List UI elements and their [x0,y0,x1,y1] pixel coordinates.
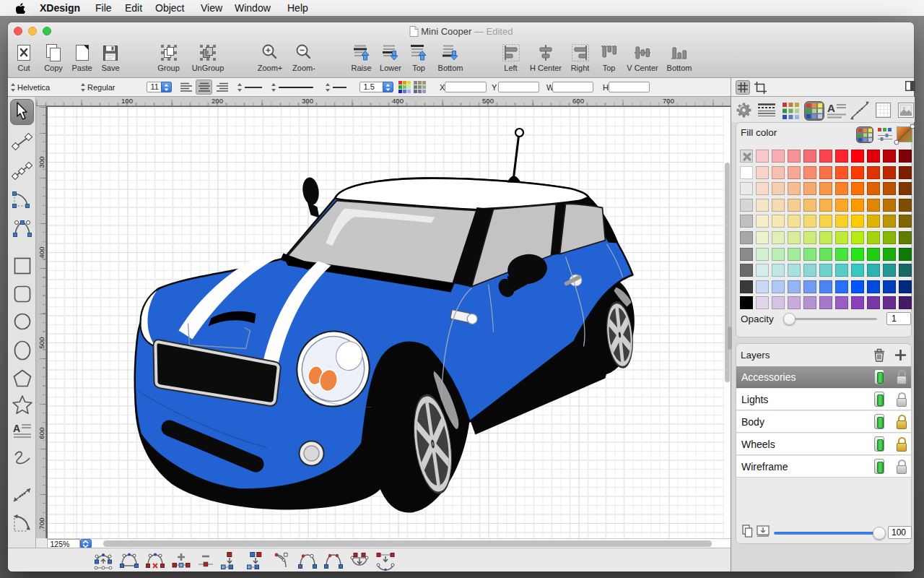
svg-text:A: A [13,423,20,434]
svg-text:A: A [827,103,835,114]
